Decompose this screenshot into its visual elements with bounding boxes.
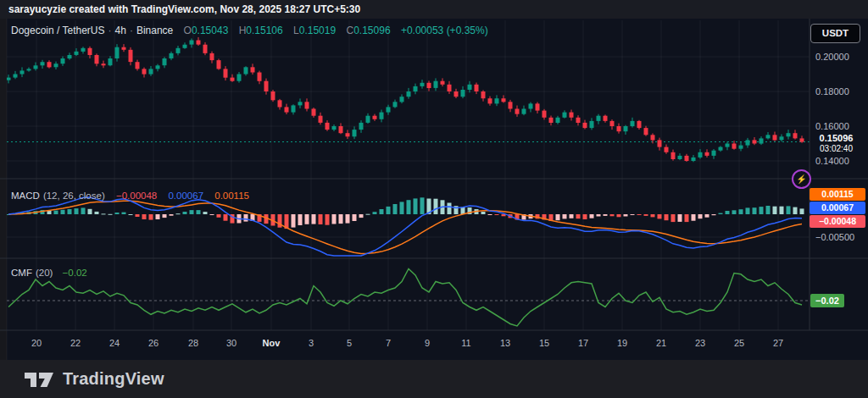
time-axis-tick[interactable]: 26 xyxy=(148,338,159,348)
time-axis-tick[interactable]: 11 xyxy=(461,338,470,348)
time-axis-tick[interactable]: 5 xyxy=(347,338,352,348)
tradingview-wordmark: TradingView xyxy=(63,369,164,389)
time-axis-tick[interactable]: 28 xyxy=(188,338,198,348)
currency-usdt-button[interactable]: USDT xyxy=(810,24,860,43)
ohlc-open-label: O xyxy=(184,25,192,36)
last-price-badge: 0.15096 03:02:40 xyxy=(810,131,862,156)
time-axis-tick[interactable]: 24 xyxy=(109,338,120,348)
price-axis-tick[interactable]: 0.18000 xyxy=(815,86,849,97)
time-axis-tick[interactable]: 15 xyxy=(539,338,549,348)
macd-line-value: 0.00067 xyxy=(168,191,203,201)
price-axis-tick[interactable]: 0.14000 xyxy=(815,156,849,166)
time-axis-tick[interactable]: 30 xyxy=(226,338,236,348)
symbol-exchange: Binance xyxy=(136,25,173,36)
time-axis-tick[interactable]: 17 xyxy=(578,338,588,348)
ohlc-close-label: C xyxy=(347,25,354,36)
time-axis-tick[interactable]: 21 xyxy=(656,338,666,348)
symbol-interval: 4h xyxy=(115,25,126,36)
macd-axis-tick[interactable]: −0.00500 xyxy=(815,232,854,242)
tradingview-snapshot: sarayucyzie created with TradingView.com… xyxy=(0,0,868,398)
macd-signal-value: 0.00115 xyxy=(214,191,249,201)
symbol-legend: Dogecoin / TetherUS·4h·Binance O0.15043 … xyxy=(11,25,488,36)
cmf-title: CMF xyxy=(11,268,32,278)
time-axis-tick[interactable]: 7 xyxy=(386,338,391,348)
attribution-text: sarayucyzie created with TradingView.com… xyxy=(8,3,360,15)
macd-histogram-badge: −0.00048 xyxy=(810,215,865,228)
macd-legend: MACD(12, 26, close) −0.00048 0.00067 0.0… xyxy=(11,191,249,201)
price-axis-tick[interactable]: 0.16000 xyxy=(815,121,849,131)
cmf-params: (20) xyxy=(36,268,53,278)
cmf-legend: CMF(20) −0.02 xyxy=(11,268,87,278)
footer-bar: TradingView xyxy=(0,360,868,398)
legend-separator: · xyxy=(130,25,133,36)
symbol-name: Dogecoin / TetherUS xyxy=(11,25,105,36)
bar-countdown: 03:02:40 xyxy=(810,144,862,154)
time-axis-tick[interactable]: Nov xyxy=(263,338,281,348)
attribution-bar: sarayucyzie created with TradingView.com… xyxy=(0,0,868,19)
ohlc-high-value: 0.15106 xyxy=(246,25,282,36)
macd-histogram-value: −0.00048 xyxy=(116,191,157,201)
macd-signal-badge: 0.00115 xyxy=(810,188,865,201)
time-axis-tick[interactable]: 23 xyxy=(695,338,705,348)
macd-params: (12, 26, close) xyxy=(43,191,105,201)
last-price-value: 0.15096 xyxy=(810,133,862,144)
ohlc-open-value: 0.15043 xyxy=(192,25,228,36)
boost-lightning-icon[interactable]: ⚡ xyxy=(792,169,811,189)
cmf-value-badge: −0.02 xyxy=(810,294,844,307)
time-axis-tick[interactable]: 3 xyxy=(309,338,314,348)
ohlc-low-value: 0.15019 xyxy=(299,25,336,36)
price-axis-tick[interactable]: 0.20000 xyxy=(815,52,849,62)
legend-separator: · xyxy=(108,25,112,36)
time-axis-tick[interactable]: 9 xyxy=(425,338,430,348)
ohlc-close-value: 0.15096 xyxy=(353,25,390,36)
price-change: +0.00053 (+0.35%) xyxy=(401,25,488,36)
time-axis-tick[interactable]: 20 xyxy=(31,338,42,348)
ohlc-low-label: L xyxy=(293,25,299,36)
time-axis-tick[interactable]: 27 xyxy=(773,338,783,348)
time-axis-tick[interactable]: 13 xyxy=(500,338,510,348)
cmf-value: −0.02 xyxy=(63,268,87,278)
tradingview-logo-icon xyxy=(24,369,54,390)
time-axis-tick[interactable]: 25 xyxy=(734,338,744,348)
time-axis-tick[interactable]: 22 xyxy=(70,338,81,348)
time-axis-tick[interactable]: 19 xyxy=(617,338,627,348)
macd-line-badge: 0.00067 xyxy=(810,202,865,214)
macd-title: MACD xyxy=(11,191,40,201)
